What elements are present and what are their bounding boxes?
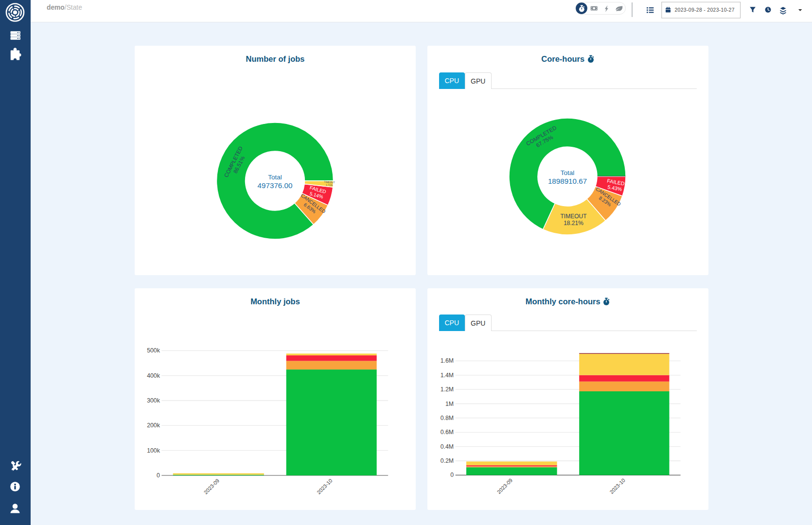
svg-text:1.71%: 1.71%	[326, 183, 333, 187]
svg-text:400k: 400k	[147, 372, 160, 379]
svg-text:0.2M: 0.2M	[441, 457, 454, 464]
svg-text:2023-10: 2023-10	[316, 477, 334, 495]
svg-text:0.8M: 0.8M	[441, 415, 454, 421]
svg-text:200k: 200k	[147, 422, 160, 429]
svg-text:Total: Total	[561, 169, 575, 176]
svg-text:0.6M: 0.6M	[441, 429, 454, 436]
svg-text:1898910.67: 1898910.67	[548, 177, 587, 185]
svg-text:0.4M: 0.4M	[441, 443, 454, 450]
svg-text:2023-10: 2023-10	[608, 477, 626, 495]
svg-text:2023-09-28 - 2023-10-27: 2023-09-28 - 2023-10-27	[675, 7, 735, 13]
svg-text:0: 0	[157, 472, 160, 479]
svg-text:500k: 500k	[147, 347, 160, 354]
svg-text:1.4M: 1.4M	[441, 372, 454, 379]
svg-text:TIMEOUT: TIMEOUT	[561, 213, 587, 220]
svg-text:1M: 1M	[445, 401, 454, 407]
svg-text:Total: Total	[268, 174, 282, 181]
svg-text:300k: 300k	[147, 397, 160, 404]
svg-text:2023-09: 2023-09	[203, 477, 221, 495]
svg-text:18.21%: 18.21%	[564, 220, 583, 227]
svg-text:0: 0	[450, 472, 454, 478]
svg-text:1.2M: 1.2M	[441, 386, 454, 393]
svg-text:1.6M: 1.6M	[441, 357, 454, 364]
svg-text:2023-09: 2023-09	[496, 477, 514, 495]
svg-text:100k: 100k	[147, 447, 160, 454]
svg-text:497376.00: 497376.00	[258, 181, 293, 190]
